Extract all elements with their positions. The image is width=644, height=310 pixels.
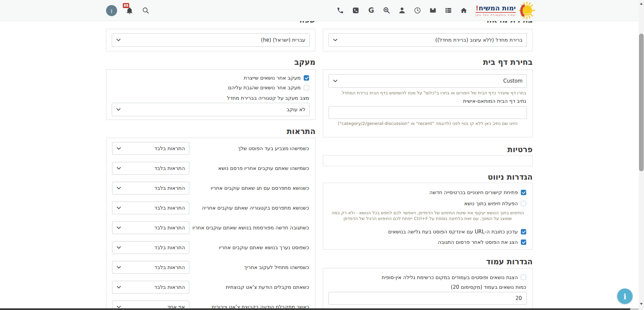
homepage-hint: בחרו דף שיוגדר כדף הבית של הפורום או בחר…	[329, 90, 526, 96]
top-navbar: ימות המשיח! עתיד התקשורת כבר כאן	[0, 0, 644, 21]
zoom-in-icon[interactable]	[383, 7, 390, 14]
show-post-after-reply-checkbox[interactable]	[521, 239, 526, 245]
notification-select[interactable]: התראות בלבד	[112, 182, 189, 194]
homepage-select[interactable]: Custom	[329, 74, 527, 88]
url-index-checkbox[interactable]	[521, 229, 526, 234]
notification-row: התראות בלבד כשמישהו מתחיל לעקוב אחריך	[112, 261, 309, 274]
topic-search-checkbox[interactable]	[521, 201, 526, 206]
chevron-down-icon	[116, 108, 120, 111]
scroll-up-arrow[interactable]	[640, 3, 643, 5]
settings-page: שפה עברית (ישראל) (he) מעקב מעקב אחר נוש…	[106, 0, 533, 310]
notification-row: התראות בלבד כשפוסט נערך בנושא שאתם עוקבי…	[112, 241, 309, 254]
notification-row: התראות בלבד כשנושא מתפרסם בקטגוריה שאתם …	[112, 202, 309, 214]
language-panel: עברית (ישראל) (he)	[106, 29, 315, 51]
language-select[interactable]: עברית (ישראל) (he)	[112, 33, 310, 47]
notification-row-label: כשפוסט נערך בנושא שאתם עוקבים אחריו	[219, 241, 309, 254]
notification-row-label: כשנושא מתפרסם עם תג שאתם עוקבים אחריו	[211, 182, 309, 194]
url-index-row: עדכון כתובת ה-URL עם אינדקס הפוסט בעת גל…	[388, 229, 526, 235]
tracking-created-checkbox[interactable]	[304, 75, 309, 81]
tracking-panel: מעקב אחר נושאים שייצרת מעקב אחר נושאים ש…	[106, 69, 315, 120]
notifications-panel: התראות בלבד כשמישהו מצביע בעד הפוסט שלך …	[106, 138, 315, 310]
section-title-notifications: התראות	[287, 126, 315, 136]
notification-select[interactable]: התראות בלבד	[112, 162, 189, 175]
section-title-paging: הגדרות עמוד	[486, 257, 533, 267]
notification-select-value: התראות בלבד	[154, 261, 185, 273]
default-category-tracking-select[interactable]: לא עוקב	[112, 103, 310, 116]
notification-count-badge[interactable]: 88	[123, 3, 129, 8]
notification-row-label: כשמישהו מצביע בעד הפוסט שלך	[238, 142, 309, 155]
theme-select[interactable]: ברירת מחדל (ללא עיצוב (ברירת מחדל))	[329, 33, 527, 47]
paged-mode-checkbox[interactable]	[521, 275, 526, 280]
paged-mode-label: הצגת נושאים ופוסטים בעמודים במקום כרשימת…	[382, 274, 518, 281]
column-appearance-homepage-navigation: בחירת מראה ברירת מחדל (ללא עיצוב (ברירת …	[323, 0, 533, 310]
user-icon[interactable]	[398, 7, 406, 14]
list-icon[interactable]	[445, 7, 452, 14]
inbox-icon[interactable]	[429, 7, 437, 14]
notification-select[interactable]: התראות בלבד	[112, 281, 189, 294]
chevron-down-icon	[117, 306, 121, 308]
phone-icon[interactable]	[337, 7, 344, 14]
vertical-scrollbar-thumb[interactable]	[639, 34, 644, 171]
homepage-path-hint: הזינו שם נתיב כאן ללא קו נטוי לפני (לדוג…	[329, 121, 526, 126]
tracking-created-row: מעקב אחר נושאים שייצרת	[244, 75, 309, 81]
column-language-tracking-notifications: שפה עברית (ישראל) (he) מעקב מעקב אחר נוש…	[106, 0, 315, 310]
search-icon[interactable]	[142, 7, 149, 14]
notification-row: התראות בלבד כשתגובה חדשה מפורסמת בנושא ש…	[112, 221, 309, 234]
custom-homepage-path-input[interactable]	[329, 106, 527, 119]
notification-select[interactable]: התראות בלבד	[112, 261, 189, 274]
topics-per-page-input[interactable]	[329, 292, 527, 305]
tracking-replied-row: מעקב אחר נושאים שהגבת עליהם	[228, 85, 309, 91]
logo-subtitle: עתיד התקשורת כבר כאן	[476, 13, 516, 16]
paged-mode-row: הצגת נושאים ופוסטים בעמודים במקום כרשימת…	[382, 274, 526, 281]
chevron-down-icon	[117, 246, 121, 249]
notification-select-value: התראות בלבד	[154, 162, 185, 174]
notification-select-value: התראות בלבד	[154, 202, 185, 214]
appearance-panel: ברירת מחדל (ללא עיצוב (ברירת מחדל))	[323, 29, 533, 51]
section-title-homepage: בחירת דף בית	[483, 57, 533, 67]
logo-title: ימות המשיח!	[476, 4, 516, 12]
notification-select[interactable]: התראות בלבד	[112, 142, 189, 155]
language-select-value: עברית (ישראל) (he)	[261, 34, 305, 46]
topic-search-row: הפעלת חיפוש בתוך נושא	[464, 201, 526, 207]
external-links-checkbox[interactable]	[521, 190, 526, 195]
homepage-panel: Custom בחרו דף שיוגדר כדף הבית של הפורום…	[323, 69, 533, 137]
scroll-down-arrow[interactable]	[640, 303, 643, 305]
default-category-tracking-label: מצב מעקב על קטגוריה בברירת מחדל	[227, 95, 309, 101]
info-button[interactable]: i	[617, 289, 633, 304]
logo-text-block: ימות המשיח! עתיד התקשורת כבר כאן	[476, 4, 516, 16]
notification-row-label: כשתגובה חדשה מפורסמת בנושא שאתם עוקבים א…	[192, 221, 309, 234]
google-icon[interactable]: G	[367, 7, 375, 14]
home-icon[interactable]	[460, 7, 467, 14]
notification-row: התראות בלבד כשמישהו מצביע בעד הפוסט שלך	[112, 142, 309, 155]
horizontal-scrollbar-thumb[interactable]	[0, 308, 630, 310]
show-post-after-reply-row: הצג את הפוסט לאחר פרסום התגובה	[438, 239, 526, 246]
navbar-left-group: 88 ן	[106, 5, 149, 16]
vertical-scrollbar[interactable]	[639, 0, 644, 310]
notification-row: התראות בלבד כשאתם מקבלים הודעת צ'אט קבוצ…	[112, 281, 309, 294]
notification-select[interactable]: התראות בלבד	[112, 221, 189, 234]
avatar[interactable]: ן	[106, 5, 117, 16]
custom-homepage-path-label: נתיב דף הבית המותאם-אישית	[463, 98, 526, 104]
homepage-select-value: Custom	[503, 75, 523, 87]
notification-select[interactable]: התראות בלבד	[112, 241, 189, 254]
url-index-label: עדכון כתובת ה-URL עם אינדקס הפוסט בעת גל…	[388, 229, 518, 235]
chevron-down-icon	[116, 39, 120, 41]
google-letter: G	[368, 7, 374, 14]
notification-row-label: כשנושא מתפרסם בקטגוריה שאתם עוקבים אחריה	[202, 202, 309, 214]
notification-row-label: כשמישהו שאתם עוקבים אחריו פרסם נושא	[218, 162, 309, 175]
site-logo[interactable]: ימות המשיח! עתיד התקשורת כבר כאן	[476, 0, 536, 20]
notifications-bell[interactable]: 88	[126, 6, 133, 14]
navbar-right-group: ימות המשיח! עתיד התקשורת כבר כאן	[337, 0, 536, 20]
chevron-down-icon	[333, 39, 337, 41]
topic-search-hint: החיפוש בתוך הנושא יעקוף את שיטת החיפוש ש…	[329, 210, 526, 221]
theme-select-value: ברירת מחדל (ללא עיצוב (ברירת מחדל))	[435, 34, 523, 46]
clock-icon[interactable]	[414, 7, 421, 14]
show-post-after-reply-label: הצג את הפוסט לאחר פרסום התגובה	[438, 239, 518, 246]
chevron-down-icon	[117, 167, 121, 170]
notification-select[interactable]: התראות בלבד	[112, 202, 189, 214]
notification-row-label: כשאתם מקבלים הודעת צ'אט קבוצתית	[226, 281, 309, 294]
tracking-replied-checkbox[interactable]	[304, 85, 309, 90]
phone-square-icon[interactable]	[352, 7, 359, 14]
logo-exclamation: !	[476, 4, 479, 12]
chevron-down-icon	[117, 187, 121, 189]
